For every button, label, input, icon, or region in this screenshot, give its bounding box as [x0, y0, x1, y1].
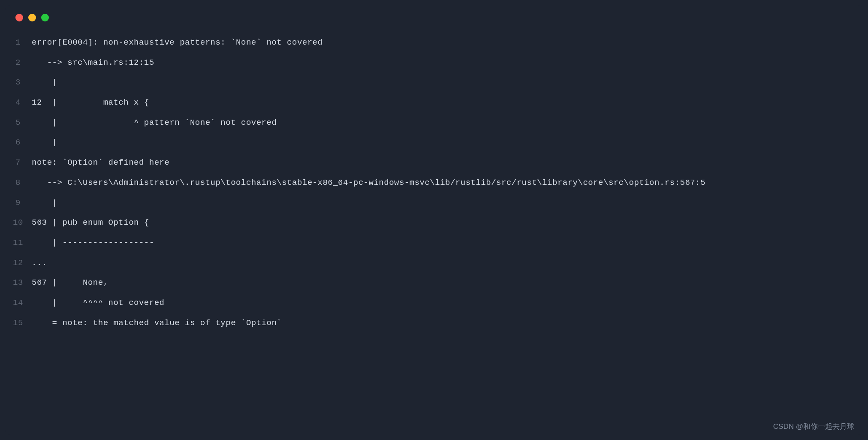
- code-line: 9 |: [13, 193, 863, 213]
- code-content: |: [32, 133, 57, 153]
- traffic-lights: [5, 5, 863, 30]
- code-content: 567 | None,: [32, 273, 108, 293]
- code-content: --> src\main.rs:12:15: [32, 53, 154, 73]
- line-number: 2: [13, 53, 32, 73]
- code-content: 12 | match x {: [32, 93, 149, 113]
- minimize-icon[interactable]: [28, 14, 36, 21]
- code-line: 3 |: [13, 72, 863, 93]
- code-content: | ^ pattern `None` not covered: [32, 113, 277, 133]
- line-number: 13: [13, 273, 32, 293]
- code-content: | ^^^^ not covered: [32, 293, 164, 313]
- code-content: |: [32, 193, 57, 213]
- code-line: 8 --> C:\Users\Administrator\.rustup\too…: [13, 173, 863, 193]
- code-content: note: `Option` defined here: [32, 153, 169, 173]
- code-content: ...: [32, 253, 47, 273]
- code-line: 11 | ------------------: [13, 233, 863, 253]
- line-number: 12: [13, 253, 32, 273]
- line-number: 14: [13, 293, 32, 313]
- line-number: 15: [13, 313, 32, 333]
- editor-window: 1 error[E0004]: non-exhaustive patterns:…: [5, 5, 863, 435]
- code-content: |: [32, 72, 57, 93]
- code-line: 1 error[E0004]: non-exhaustive patterns:…: [13, 33, 863, 53]
- line-number: 1: [13, 33, 32, 53]
- code-content: = note: the matched value is of type `Op…: [32, 313, 282, 333]
- line-number: 6: [13, 133, 32, 153]
- line-number: 11: [13, 233, 32, 253]
- watermark: CSDN @和你一起去月球: [773, 422, 854, 431]
- code-content: error[E0004]: non-exhaustive patterns: `…: [32, 33, 322, 53]
- close-icon[interactable]: [15, 14, 23, 21]
- code-line: 13 567 | None,: [13, 273, 863, 293]
- code-line: 12 ...: [13, 253, 863, 273]
- code-content: | ------------------: [32, 233, 154, 253]
- code-line: 10 563 | pub enum Option {: [13, 213, 863, 233]
- code-area: 1 error[E0004]: non-exhaustive patterns:…: [5, 30, 863, 333]
- line-number: 3: [13, 72, 32, 93]
- code-line: 2 --> src\main.rs:12:15: [13, 53, 863, 73]
- line-number: 5: [13, 113, 32, 133]
- code-content: --> C:\Users\Administrator\.rustup\toolc…: [32, 173, 705, 193]
- line-number: 7: [13, 153, 32, 173]
- line-number: 9: [13, 193, 32, 213]
- maximize-icon[interactable]: [41, 14, 49, 21]
- code-line: 6 |: [13, 133, 863, 153]
- code-line: 5 | ^ pattern `None` not covered: [13, 113, 863, 133]
- code-line: 14 | ^^^^ not covered: [13, 293, 863, 313]
- code-line: 15 = note: the matched value is of type …: [13, 313, 863, 333]
- line-number: 4: [13, 93, 32, 113]
- code-line: 4 12 | match x {: [13, 93, 863, 113]
- line-number: 8: [13, 173, 32, 193]
- code-content: 563 | pub enum Option {: [32, 213, 149, 233]
- code-line: 7 note: `Option` defined here: [13, 153, 863, 173]
- line-number: 10: [13, 213, 32, 233]
